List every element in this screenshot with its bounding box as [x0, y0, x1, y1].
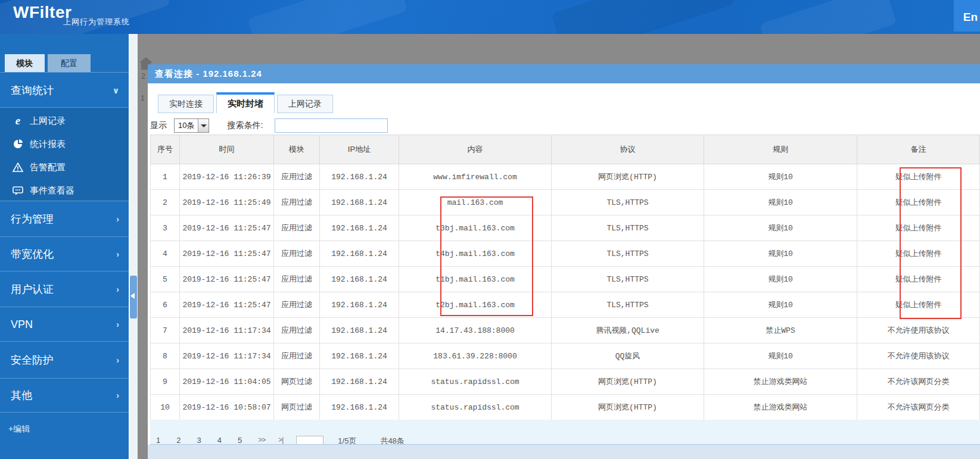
- app-header: WFilter 上网行为管理系统 En: [0, 0, 980, 34]
- cell-ip: 192.168.1.24: [320, 318, 399, 344]
- search-label: 搜索条件:: [227, 120, 263, 131]
- sidebar-submenu: e 上网记录 统计报表 告警配置 事件查看器: [0, 107, 129, 201]
- cell-remark: 疑似上传附件: [857, 190, 980, 216]
- cell-index: 7: [151, 318, 180, 344]
- page-jump-input[interactable]: [296, 436, 323, 445]
- page-3[interactable]: 3: [197, 436, 201, 445]
- cell-index: 5: [151, 267, 180, 292]
- tab-web-records[interactable]: 上网记录: [277, 95, 333, 113]
- page-size-select[interactable]: 10条: [174, 118, 209, 133]
- col-ip: IP地址: [320, 135, 399, 164]
- sidebar-group-other[interactable]: 其他 ›: [0, 378, 129, 412]
- sidebar-item-alert-config[interactable]: 告警配置: [0, 155, 129, 179]
- cell-module: 应用过滤: [274, 216, 320, 241]
- cell-ip: 192.168.1.24: [320, 267, 399, 292]
- col-index: 序号: [151, 135, 180, 164]
- sidebar-group-query-stats[interactable]: 查询统计 ∨: [0, 73, 129, 107]
- cell-module: 应用过滤: [274, 292, 320, 318]
- cell-content: t4bj.mail.163.com: [399, 241, 552, 267]
- cell-time: 2019-12-16 11:17:34: [180, 318, 274, 344]
- tab-realtime-connections[interactable]: 实时连接: [158, 95, 214, 113]
- background-fragment: 2: [141, 72, 145, 80]
- col-content: 内容: [399, 135, 552, 164]
- cell-content: t3bj.mail.163.com: [399, 216, 552, 241]
- cell-ip: 192.168.1.24: [320, 241, 399, 267]
- sidebar-group-security[interactable]: 安全防护 ›: [0, 341, 129, 378]
- sidebar-group-behavior[interactable]: 行为管理 ›: [0, 201, 129, 236]
- chevron-right-icon: ›: [116, 355, 119, 365]
- cell-protocol: TLS,HTTPS: [552, 267, 704, 292]
- cell-rule: 规则10: [704, 267, 857, 292]
- dialog-title: 查看连接 - 192.168.1.24: [148, 64, 980, 83]
- col-time: 时间: [180, 135, 274, 164]
- cell-module: 应用过滤: [274, 344, 320, 369]
- cell-ip: 192.168.1.24: [320, 292, 399, 318]
- cell-module: 应用过滤: [274, 267, 320, 292]
- col-remark: 备注: [857, 135, 980, 164]
- cell-remark: 疑似上传附件: [857, 292, 980, 318]
- sidebar-tab-config[interactable]: 配置: [48, 54, 91, 72]
- total-count: 共48条: [380, 436, 404, 445]
- cell-rule: 禁止WPS: [704, 318, 857, 344]
- chevron-right-icon: ›: [116, 320, 119, 329]
- cell-rule: 禁止游戏类网站: [704, 369, 857, 395]
- cell-content: status.rapidssl.com: [399, 395, 552, 420]
- table-row: 5 2019-12-16 11:25:47 应用过滤 192.168.1.24 …: [151, 267, 980, 292]
- page-5[interactable]: 5: [238, 436, 242, 445]
- tab-realtime-blocking[interactable]: 实时封堵: [216, 92, 275, 113]
- cell-protocol: TLS,HTTPS: [552, 190, 704, 216]
- sidebar-edit-link[interactable]: +编辑: [8, 424, 30, 435]
- cell-index: 10: [151, 395, 180, 420]
- keyboard-decor: [551, 0, 736, 34]
- col-rule: 规则: [704, 135, 857, 164]
- page-background: [148, 445, 980, 459]
- search-input[interactable]: [275, 118, 388, 133]
- cell-protocol: QQ旋风: [552, 344, 704, 369]
- cell-index: 6: [151, 292, 180, 318]
- ie-icon: e: [12, 115, 24, 127]
- cell-content: 14.17.43.188:8000: [399, 318, 552, 344]
- cell-time: 2019-12-16 11:25:47: [180, 267, 274, 292]
- cell-ip: 192.168.1.24: [320, 190, 399, 216]
- cell-ip: 192.168.1.24: [320, 344, 399, 369]
- sidebar-collapse-handle[interactable]: [130, 276, 137, 319]
- view-connections-dialog: 查看连接 - 192.168.1.24 实时连接 实时封堵 上网记录 显示 10…: [148, 64, 980, 445]
- cell-time: 2019-12-16 11:25:49: [180, 190, 274, 216]
- cell-ip: 192.168.1.24: [320, 369, 399, 395]
- table-row: 7 2019-12-16 11:17:34 应用过滤 192.168.1.24 …: [151, 318, 980, 344]
- sidebar-group-user-auth[interactable]: 用户认证 ›: [0, 271, 129, 307]
- chevron-right-icon: ›: [116, 249, 119, 259]
- dropdown-arrow-icon[interactable]: [198, 119, 209, 132]
- col-protocol: 协议: [552, 135, 704, 164]
- last-page-icon[interactable]: >|: [278, 436, 283, 444]
- sidebar-item-web-records[interactable]: e 上网记录: [0, 109, 129, 132]
- cell-remark: 疑似上传附件: [857, 216, 980, 241]
- pagination-bar: 1 2 3 4 5 >> >| 1/5页 共48条: [150, 420, 980, 445]
- cell-ip: 192.168.1.24: [320, 164, 399, 190]
- sidebar-group-vpn[interactable]: VPN ›: [0, 307, 129, 341]
- next-pages-icon[interactable]: >>: [258, 436, 265, 444]
- cell-time: 2019-12-16 11:25:47: [180, 216, 274, 241]
- chevron-right-icon: ›: [116, 391, 119, 400]
- page-1[interactable]: 1: [156, 436, 160, 445]
- language-toggle[interactable]: En: [963, 11, 978, 24]
- keyboard-decor: [248, 0, 408, 34]
- cell-content: t2bj.mail.163.com: [399, 292, 552, 318]
- sidebar-item-event-viewer[interactable]: 事件查看器: [0, 179, 129, 202]
- cell-module: 应用过滤: [274, 318, 320, 344]
- cell-time: 2019-12-16 11:25:47: [180, 292, 274, 318]
- cell-rule: 规则10: [704, 190, 857, 216]
- table-row: 9 2019-12-16 11:04:05 网页过滤 192.168.1.24 …: [151, 369, 980, 395]
- page-2[interactable]: 2: [176, 436, 181, 445]
- warning-icon: [12, 161, 24, 173]
- sidebar-tab-modules[interactable]: 模块: [5, 54, 45, 72]
- sidebar-group-bandwidth[interactable]: 带宽优化 ›: [0, 236, 129, 271]
- cell-time: 2019-12-16 10:58:07: [180, 395, 274, 420]
- table-toolbar: 显示 10条 搜索条件:: [150, 118, 388, 133]
- cell-protocol: TLS,HTTPS: [552, 216, 704, 241]
- table-header-row: 序号 时间 模块 IP地址 内容 协议 规则 备注: [151, 135, 980, 164]
- cell-protocol: TLS,HTTPS: [552, 292, 704, 318]
- sidebar-item-stat-reports[interactable]: 统计报表: [0, 132, 129, 155]
- cell-index: 4: [151, 241, 180, 267]
- page-4[interactable]: 4: [217, 436, 222, 445]
